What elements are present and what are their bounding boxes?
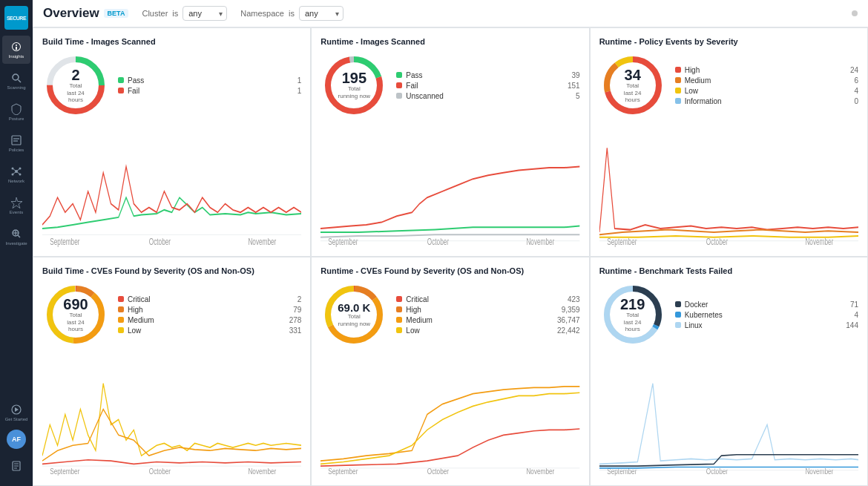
sidebar-nav: Insights Scanning Posture Policies Netwo… (2, 36, 30, 398)
legend-color (118, 88, 124, 93)
legend-color (118, 77, 124, 83)
legend-item: High 9,359 (396, 306, 579, 314)
legend-item: Low 22,442 (396, 326, 579, 335)
donut-label: Totalrunning now (338, 85, 371, 99)
line-chart: September October November (42, 123, 301, 247)
donut-label: Totallast 24 hours (616, 312, 649, 333)
page-title: Overview BETA (43, 6, 128, 21)
sidebar-item-posture[interactable]: Posture (2, 98, 30, 126)
cluster-select[interactable]: any (183, 6, 227, 21)
line-chart: September October November (599, 123, 858, 247)
legend-item: Information 0 (675, 97, 858, 105)
card-summary: 195 Totalrunning now Pass 39 Fail 151 (320, 52, 579, 119)
sidebar-item-settings[interactable] (2, 452, 30, 480)
svg-line-12 (13, 171, 16, 174)
card-runtime-cves: Runtime - CVEs Found by Severity (OS and… (311, 257, 589, 486)
legend-item: Medium 36,747 (396, 316, 579, 324)
namespace-select[interactable]: any (299, 6, 343, 21)
svg-text:November: November (248, 236, 276, 246)
legend-item: Fail 1 (118, 87, 301, 95)
header: Overview BETA Cluster is any Namespace i… (33, 0, 868, 27)
donut-chart: 69.0 K Totalrunning now (320, 281, 387, 348)
donut-label: Totallast 24 hours (59, 82, 93, 104)
donut-chart: 219 Totallast 24 hours (599, 281, 666, 348)
svg-text:September: September (50, 467, 80, 476)
donut-label: Totallast 24 hours (59, 312, 93, 333)
sidebar-item-scanning[interactable]: Scanning (2, 67, 30, 95)
legend-item: High 24 (675, 66, 858, 74)
legend-item: Docker 71 (675, 301, 858, 309)
legend-item: Fail 151 (396, 82, 579, 90)
legend: Critical 423 High 9,359 Medium 36,747 (396, 295, 579, 335)
beta-badge: BETA (104, 9, 129, 18)
donut-chart: 195 Totalrunning now (320, 52, 387, 119)
svg-text:September: September (50, 236, 79, 246)
legend-item: Pass 39 (396, 71, 579, 79)
line-chart: September October November (599, 352, 858, 476)
legend: Docker 71 Kubernetes 4 Linux 144 (675, 301, 858, 329)
legend-item: Medium 278 (118, 316, 301, 324)
card-runtime-policy-events: Runtime - Policy Events by Severity 34 T… (590, 27, 868, 257)
donut-number: 690 (59, 297, 93, 312)
legend: Critical 2 High 79 Medium 278 (118, 295, 301, 335)
cluster-filter: Cluster is any (142, 6, 227, 21)
svg-text:October: October (149, 236, 171, 246)
sidebar-bottom: Get Started AF (2, 398, 30, 480)
donut-number: 219 (616, 297, 649, 312)
legend: High 24 Medium 6 Low 4 (675, 66, 858, 105)
donut-chart: 2 Totallast 24 hours (42, 52, 109, 119)
sidebar-item-get-started[interactable]: Get Started (2, 398, 30, 427)
legend-item: Linux 144 (675, 321, 858, 329)
status-indicator (852, 10, 858, 16)
main-content: Overview BETA Cluster is any Namespace i… (33, 0, 868, 486)
sidebar-item-policies[interactable]: Policies (2, 129, 30, 157)
svg-text:November: November (805, 467, 833, 476)
legend-item: Pass 1 (118, 76, 301, 85)
donut-number: 195 (338, 70, 371, 85)
legend-item: Critical 423 (396, 295, 579, 303)
legend-item: Kubernetes 4 (675, 311, 858, 319)
svg-text:October: October (706, 467, 729, 476)
sidebar-item-investigate[interactable]: Investigate (2, 223, 30, 251)
app-logo[interactable]: SECURE (4, 6, 28, 30)
legend-item: Critical 2 (118, 295, 301, 303)
svg-line-1 (19, 80, 22, 83)
card-build-cves: Build Time - CVEs Found by Severity (OS … (33, 257, 311, 486)
donut-number: 2 (59, 68, 93, 82)
svg-point-0 (13, 74, 19, 80)
card-title: Runtime - Policy Events by Severity (599, 37, 858, 46)
donut-chart: 690 Totallast 24 hours (42, 281, 109, 348)
card-summary: 690 Totallast 24 hours Critical 2 High 7… (42, 281, 301, 348)
svg-line-10 (13, 168, 16, 171)
legend: Pass 1 Fail 1 (118, 76, 301, 95)
donut-number: 69.0 K (338, 302, 370, 313)
svg-line-13 (16, 171, 20, 174)
svg-line-11 (16, 168, 20, 171)
card-runtime-images-scanned: Runtime - Images Scanned 195 Totalrunnin… (311, 27, 589, 257)
namespace-filter: Namespace is any (240, 6, 343, 21)
sidebar-item-network[interactable]: Network (2, 160, 30, 188)
card-summary: 34 Totallast 24 hours High 24 Medium 6 (599, 52, 858, 119)
card-title: Build Time - Images Scanned (42, 37, 301, 46)
donut-number: 34 (616, 68, 649, 82)
card-title: Build Time - CVEs Found by Severity (OS … (42, 266, 301, 275)
legend-item: Low 4 (675, 87, 858, 95)
legend-item: High 79 (118, 306, 301, 314)
card-summary: 69.0 K Totalrunning now Critical 423 Hig… (320, 281, 579, 348)
card-runtime-benchmark: Runtime - Benchmark Tests Failed 219 (590, 257, 868, 486)
sidebar: SECURE Insights Scanning Posture Policie… (0, 0, 33, 486)
svg-text:October: October (149, 467, 171, 476)
legend-item: Unscanned 5 (396, 92, 579, 100)
card-title: Runtime - CVEs Found by Severity (OS and… (320, 266, 579, 275)
card-summary: 2 Totallast 24 hours Pass 1 Fail 1 (42, 52, 301, 119)
legend-item: Low 331 (118, 326, 301, 335)
legend: Pass 39 Fail 151 Unscanned 5 (396, 71, 579, 100)
card-build-images-scanned: Build Time - Images Scanned 2 Totallast … (33, 27, 311, 257)
line-chart: September October November (320, 352, 579, 476)
donut-chart: 34 Totallast 24 hours (599, 52, 666, 119)
svg-text:November: November (248, 467, 276, 476)
sidebar-item-events[interactable]: Events (2, 191, 30, 220)
avatar[interactable]: AF (7, 430, 26, 449)
donut-label: Totalrunning now (338, 313, 370, 327)
sidebar-item-insights[interactable]: Insights (2, 36, 30, 64)
